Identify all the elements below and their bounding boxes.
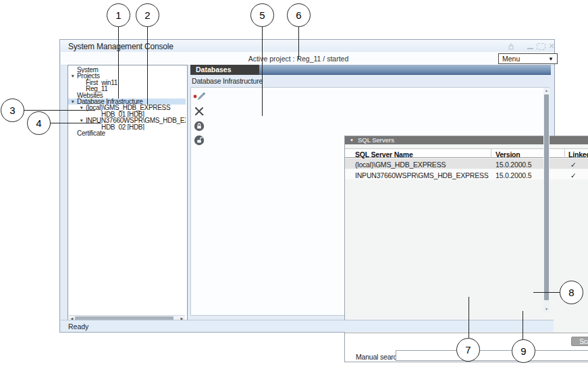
menu-dropdown[interactable]: Menu ▼ [498, 53, 558, 64]
scrollbar-thumb[interactable] [544, 94, 549, 300]
cell-server-name: (local)\GMS_HDB_EXPRESS [355, 161, 446, 169]
tree-item-label: HDB_01 [HDB] [101, 111, 144, 117]
app-window: System Management Console ✕ Active proje… [59, 39, 555, 333]
chevron-down-icon: ▼ [548, 56, 554, 62]
callout-1: 1 [107, 3, 130, 27]
status-text: Ready [68, 322, 88, 331]
lock-icon[interactable] [507, 42, 515, 50]
callout-line-2 [147, 26, 148, 105]
callout-line-9 [523, 311, 523, 339]
callout-line-1 [118, 26, 119, 98]
accent-header-bar [259, 65, 551, 75]
breadcrumb: Database Infrastructure [192, 77, 263, 85]
close-button[interactable]: ✕ [547, 42, 556, 50]
callout-6: 6 [287, 3, 311, 27]
linked-check-icon: ✓ [570, 171, 577, 179]
tree-item-websites[interactable]: ▼Websites [68, 92, 186, 98]
callout-line-6 [298, 26, 299, 59]
tree-item-certificate[interactable]: ▼Certificate [68, 130, 186, 136]
lock-icon[interactable] [193, 120, 205, 131]
sql-servers-header[interactable]: ▼SQL Servers [345, 136, 588, 144]
tree-item-label: First_win11 [86, 80, 117, 86]
scroll-up-icon[interactable]: ▲ [543, 88, 550, 94]
tree-item-label: HDB_02 [HDB] [101, 124, 144, 130]
tab-databases[interactable]: Databases [190, 65, 259, 75]
callout-9: 9 [512, 339, 535, 363]
tree-item-reg-11[interactable]: ▼Reg_11 [68, 86, 186, 92]
tree-item-label: System [77, 67, 99, 73]
navigation-tree-panel: ▼System▼Projects▼First_win11▼Reg_11▼Webs… [68, 65, 188, 322]
column-header-name[interactable]: SQL Server Name [355, 150, 413, 159]
callout-line-3 [24, 110, 95, 111]
tree-items: ▼System▼Projects▼First_win11▼Reg_11▼Webs… [68, 67, 186, 136]
callout-4: 4 [27, 111, 51, 135]
restore-button[interactable] [536, 42, 545, 50]
title-bar[interactable]: System Management Console ✕ [60, 40, 554, 52]
scroll-down-icon[interactable]: ▼ [543, 306, 550, 312]
sql-servers-table: SQL Server Name Version Linked (local)\G… [345, 144, 588, 333]
tree-expander-icon[interactable]: ▼ [68, 98, 77, 105]
tree-item-database-infrastructure[interactable]: ▼Database Infrastructure [68, 98, 186, 105]
callout-line-8 [533, 292, 560, 293]
tree-item-label: Projects [77, 73, 100, 79]
cell-server-name: INPUN37660WSPR\GMS_HDB_EXPRESS [355, 171, 489, 179]
minimize-button[interactable] [526, 42, 534, 50]
tree-item-projects[interactable]: ▼Projects [68, 73, 186, 79]
tree-item-first-win11[interactable]: ▼First_win11 [68, 80, 186, 86]
unlock-icon[interactable] [193, 134, 205, 145]
content-vertical-scrollbar[interactable]: ▲ ▼ [543, 88, 550, 312]
disconnect-icon[interactable] [193, 106, 205, 117]
column-separator [491, 149, 491, 158]
column-header-linked[interactable]: Linked [568, 150, 588, 159]
callout-line-7 [469, 297, 469, 338]
table-row[interactable]: (local)\GMS_HDB_EXPRESS15.0.2000.5✓ [345, 159, 588, 169]
callout-3: 3 [1, 98, 24, 122]
chevron-down-icon: ▼ [350, 138, 354, 142]
tree-item-label: Certificate [77, 130, 105, 136]
databases-content-area: ▼SQL Servers SQL Server Name Version Lin… [190, 87, 550, 316]
window-title: System Management Console [68, 42, 173, 51]
screenshot-canvas: System Management Console ✕ Active proje… [0, 0, 588, 369]
callout-5: 5 [250, 3, 274, 27]
table-row[interactable]: INPUN37660WSPR\GMS_HDB_EXPRESS15.0.2000.… [345, 169, 588, 179]
tree-expander-icon[interactable]: ▼ [68, 73, 77, 79]
tree-item-system[interactable]: ▼System [68, 67, 186, 73]
callout-8: 8 [560, 281, 583, 304]
linked-check-icon: ✓ [570, 161, 577, 169]
edit-connection-icon[interactable] [193, 91, 205, 102]
tree-item-label: (local)\GMS_HDB_EXPRESS [86, 105, 170, 111]
column-header-version[interactable]: Version [496, 150, 520, 159]
cell-version: 15.0.2000.5 [496, 161, 531, 169]
tree-item-hdb-02-hdb-[interactable]: ▼HDB_02 [HDB] [68, 124, 186, 130]
callout-line-5 [262, 26, 263, 116]
scan-local-button[interactable]: Scan Local [571, 337, 588, 346]
callout-line-4 [50, 123, 101, 123]
tree-item-label: Reg_11 [86, 86, 108, 92]
manual-search-input[interactable] [396, 350, 588, 361]
status-bar: Ready [61, 320, 554, 332]
menu-dropdown-label: Menu [502, 55, 520, 63]
table-header-row: SQL Server Name Version Linked [345, 148, 588, 158]
tree-item-hdb-01-hdb-[interactable]: ▼HDB_01 [HDB] [68, 111, 186, 117]
menu-strip: Active project : Reg_11 / started Menu ▼ [61, 52, 554, 65]
callout-7: 7 [456, 338, 480, 362]
sql-servers-title: SQL Servers [358, 136, 394, 144]
callout-2: 2 [136, 3, 159, 27]
tree-item-label: Database Infrastructure [77, 98, 143, 105]
column-separator [564, 149, 565, 158]
tree-item-label: Websites [77, 92, 103, 98]
cell-version: 15.0.2000.5 [496, 171, 531, 179]
